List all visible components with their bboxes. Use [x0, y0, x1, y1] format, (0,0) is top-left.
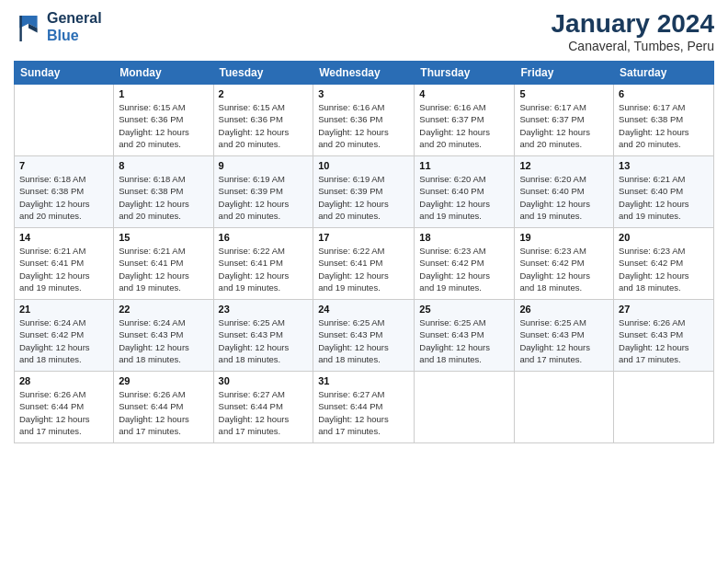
calendar-cell: 30Sunrise: 6:27 AM Sunset: 6:44 PM Dayli…: [213, 372, 313, 443]
calendar-cell: 14Sunrise: 6:21 AM Sunset: 6:41 PM Dayli…: [15, 228, 114, 300]
main-title: January 2024: [552, 9, 714, 39]
calendar-cell: 12Sunrise: 6:20 AM Sunset: 6:40 PM Dayli…: [515, 156, 614, 228]
header-day-saturday: Saturday: [614, 62, 714, 85]
calendar-cell: 5Sunrise: 6:17 AM Sunset: 6:37 PM Daylig…: [515, 85, 614, 156]
day-number: 8: [119, 160, 208, 171]
calendar-cell: 27Sunrise: 6:26 AM Sunset: 6:43 PM Dayli…: [614, 300, 714, 372]
calendar-cell: 28Sunrise: 6:26 AM Sunset: 6:44 PM Dayli…: [15, 372, 114, 443]
calendar-cell: 2Sunrise: 6:15 AM Sunset: 6:36 PM Daylig…: [213, 85, 313, 156]
day-number: 31: [318, 375, 409, 386]
logo-text: General Blue: [47, 9, 102, 44]
day-number: 1: [119, 88, 208, 99]
page: General Blue January 2024 Canaveral, Tum…: [0, 0, 728, 563]
day-info: Sunrise: 6:19 AM Sunset: 6:39 PM Dayligh…: [219, 173, 309, 222]
day-info: Sunrise: 6:25 AM Sunset: 6:43 PM Dayligh…: [318, 316, 409, 365]
day-number: 29: [119, 375, 208, 386]
day-number: 22: [119, 304, 208, 315]
day-number: 11: [419, 160, 509, 171]
day-number: 13: [619, 160, 709, 171]
day-info: Sunrise: 6:25 AM Sunset: 6:43 PM Dayligh…: [219, 316, 309, 365]
day-info: Sunrise: 6:22 AM Sunset: 6:41 PM Dayligh…: [219, 245, 309, 293]
day-number: 28: [19, 375, 108, 386]
day-info: Sunrise: 6:17 AM Sunset: 6:37 PM Dayligh…: [519, 101, 609, 150]
subtitle: Canaveral, Tumbes, Peru: [552, 39, 714, 53]
day-info: Sunrise: 6:18 AM Sunset: 6:38 PM Dayligh…: [119, 173, 208, 222]
calendar-cell: 21Sunrise: 6:24 AM Sunset: 6:42 PM Dayli…: [15, 300, 114, 372]
logo: General Blue: [14, 9, 102, 44]
calendar-cell: 11Sunrise: 6:20 AM Sunset: 6:40 PM Dayli…: [415, 156, 515, 228]
calendar-cell: 16Sunrise: 6:22 AM Sunset: 6:41 PM Dayli…: [213, 228, 313, 300]
calendar-cell: 8Sunrise: 6:18 AM Sunset: 6:38 PM Daylig…: [114, 156, 213, 228]
calendar-week-4: 21Sunrise: 6:24 AM Sunset: 6:42 PM Dayli…: [15, 300, 714, 372]
day-info: Sunrise: 6:26 AM Sunset: 6:44 PM Dayligh…: [119, 388, 208, 437]
calendar-cell: 7Sunrise: 6:18 AM Sunset: 6:38 PM Daylig…: [15, 156, 114, 228]
calendar-table: SundayMondayTuesdayWednesdayThursdayFrid…: [14, 61, 714, 443]
calendar-cell: 29Sunrise: 6:26 AM Sunset: 6:44 PM Dayli…: [114, 372, 213, 443]
calendar-cell: [515, 372, 614, 443]
day-number: 21: [19, 304, 108, 315]
day-number: 30: [219, 375, 309, 386]
day-info: Sunrise: 6:20 AM Sunset: 6:40 PM Dayligh…: [419, 173, 509, 222]
calendar-header-row: SundayMondayTuesdayWednesdayThursdayFrid…: [15, 62, 714, 85]
calendar-week-3: 14Sunrise: 6:21 AM Sunset: 6:41 PM Dayli…: [15, 228, 714, 300]
day-info: Sunrise: 6:23 AM Sunset: 6:42 PM Dayligh…: [419, 245, 509, 293]
day-info: Sunrise: 6:22 AM Sunset: 6:41 PM Dayligh…: [318, 245, 409, 293]
calendar-cell: 17Sunrise: 6:22 AM Sunset: 6:41 PM Dayli…: [313, 228, 415, 300]
day-info: Sunrise: 6:23 AM Sunset: 6:42 PM Dayligh…: [519, 245, 609, 293]
day-info: Sunrise: 6:25 AM Sunset: 6:43 PM Dayligh…: [519, 316, 609, 365]
header-day-monday: Monday: [114, 62, 213, 85]
day-number: 2: [219, 88, 309, 99]
day-info: Sunrise: 6:19 AM Sunset: 6:39 PM Dayligh…: [318, 173, 409, 222]
day-info: Sunrise: 6:21 AM Sunset: 6:41 PM Dayligh…: [119, 245, 208, 293]
day-info: Sunrise: 6:25 AM Sunset: 6:43 PM Dayligh…: [419, 316, 509, 365]
calendar-cell: [15, 85, 114, 156]
day-info: Sunrise: 6:16 AM Sunset: 6:36 PM Dayligh…: [318, 101, 409, 150]
day-info: Sunrise: 6:20 AM Sunset: 6:40 PM Dayligh…: [519, 173, 609, 222]
calendar-week-5: 28Sunrise: 6:26 AM Sunset: 6:44 PM Dayli…: [15, 372, 714, 443]
day-number: 27: [619, 304, 709, 315]
header: General Blue January 2024 Canaveral, Tum…: [14, 9, 714, 53]
header-day-sunday: Sunday: [15, 62, 114, 85]
svg-rect-3: [19, 16, 21, 41]
calendar-cell: [415, 372, 515, 443]
calendar-cell: 6Sunrise: 6:17 AM Sunset: 6:38 PM Daylig…: [614, 85, 714, 156]
day-number: 3: [318, 88, 409, 99]
day-number: 25: [419, 304, 509, 315]
calendar-cell: 19Sunrise: 6:23 AM Sunset: 6:42 PM Dayli…: [515, 228, 614, 300]
day-number: 15: [119, 232, 208, 243]
calendar-week-2: 7Sunrise: 6:18 AM Sunset: 6:38 PM Daylig…: [15, 156, 714, 228]
calendar-cell: 15Sunrise: 6:21 AM Sunset: 6:41 PM Dayli…: [114, 228, 213, 300]
calendar-cell: 25Sunrise: 6:25 AM Sunset: 6:43 PM Dayli…: [415, 300, 515, 372]
calendar-cell: 26Sunrise: 6:25 AM Sunset: 6:43 PM Dayli…: [515, 300, 614, 372]
day-number: 12: [519, 160, 609, 171]
day-info: Sunrise: 6:26 AM Sunset: 6:43 PM Dayligh…: [619, 316, 709, 365]
day-info: Sunrise: 6:23 AM Sunset: 6:42 PM Dayligh…: [619, 245, 709, 293]
day-number: 4: [419, 88, 509, 99]
calendar-cell: 13Sunrise: 6:21 AM Sunset: 6:40 PM Dayli…: [614, 156, 714, 228]
header-day-wednesday: Wednesday: [313, 62, 415, 85]
calendar-cell: 23Sunrise: 6:25 AM Sunset: 6:43 PM Dayli…: [213, 300, 313, 372]
day-number: 18: [419, 232, 509, 243]
day-number: 20: [619, 232, 709, 243]
day-number: 17: [318, 232, 409, 243]
calendar-cell: [614, 372, 714, 443]
title-block: January 2024 Canaveral, Tumbes, Peru: [552, 9, 714, 53]
day-info: Sunrise: 6:26 AM Sunset: 6:44 PM Dayligh…: [19, 388, 108, 437]
day-number: 9: [219, 160, 309, 171]
day-number: 10: [318, 160, 409, 171]
day-number: 7: [19, 160, 108, 171]
day-info: Sunrise: 6:21 AM Sunset: 6:40 PM Dayligh…: [619, 173, 709, 222]
calendar-cell: 4Sunrise: 6:16 AM Sunset: 6:37 PM Daylig…: [415, 85, 515, 156]
header-day-tuesday: Tuesday: [213, 62, 313, 85]
day-info: Sunrise: 6:15 AM Sunset: 6:36 PM Dayligh…: [119, 101, 208, 150]
day-info: Sunrise: 6:21 AM Sunset: 6:41 PM Dayligh…: [19, 245, 108, 293]
header-day-thursday: Thursday: [415, 62, 515, 85]
day-info: Sunrise: 6:27 AM Sunset: 6:44 PM Dayligh…: [318, 388, 409, 437]
calendar-week-1: 1Sunrise: 6:15 AM Sunset: 6:36 PM Daylig…: [15, 85, 714, 156]
day-info: Sunrise: 6:17 AM Sunset: 6:38 PM Dayligh…: [619, 101, 709, 150]
day-number: 6: [619, 88, 709, 99]
day-info: Sunrise: 6:24 AM Sunset: 6:43 PM Dayligh…: [119, 316, 208, 365]
calendar-cell: 24Sunrise: 6:25 AM Sunset: 6:43 PM Dayli…: [313, 300, 415, 372]
calendar-cell: 1Sunrise: 6:15 AM Sunset: 6:36 PM Daylig…: [114, 85, 213, 156]
calendar-cell: 9Sunrise: 6:19 AM Sunset: 6:39 PM Daylig…: [213, 156, 313, 228]
